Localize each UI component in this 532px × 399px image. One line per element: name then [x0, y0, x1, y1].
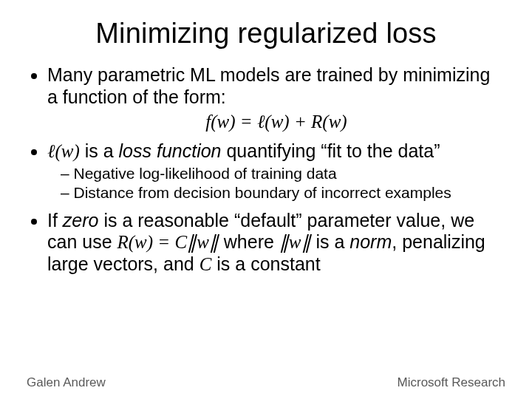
b3-m2: ‖w‖ — [279, 232, 311, 252]
sub-item-1: Negative log-likelihood of training data — [61, 165, 505, 183]
slide: Minimizing regularized loss Many paramet… — [0, 0, 532, 399]
b3-m3: C — [200, 254, 212, 274]
bullet-3: If zero is a reasonable “default” parame… — [47, 210, 505, 276]
b3-i2: norm — [349, 231, 392, 252]
bullet-2-italic: loss function — [119, 140, 222, 161]
b3-p6: is a constant — [211, 253, 320, 274]
footer-right: Microsoft Research — [398, 375, 505, 390]
bullet-1-text: Many parametric ML models are trained by… — [47, 64, 490, 107]
footer-left: Galen Andrew — [27, 375, 106, 390]
b3-m1: R(w) = C‖w‖ — [117, 232, 219, 252]
bullet-2: ℓ(w) is a loss function quantifying “fit… — [47, 140, 505, 202]
b3-i1: zero — [63, 210, 99, 231]
slide-title: Minimizing regularized loss — [27, 18, 505, 50]
b3-p4: is a — [311, 231, 350, 252]
equation-main: f(w) = ℓ(w) + R(w) — [47, 111, 505, 133]
sub-item-2: Distance from decision boundary of incor… — [61, 184, 505, 202]
bullet-list: Many parametric ML models are trained by… — [27, 64, 505, 282]
b3-p3: where — [219, 231, 279, 252]
bullet-2-after: quantifying “fit to the data” — [222, 140, 440, 161]
footer: Galen Andrew Microsoft Research — [27, 375, 505, 390]
b3-p1: If — [47, 210, 63, 231]
sub-list: Negative log-likelihood of training data… — [47, 165, 505, 202]
bullet-2-before: is a — [80, 140, 119, 161]
bullet-1: Many parametric ML models are trained by… — [47, 64, 505, 133]
bullet-2-math: ℓ(w) — [47, 141, 80, 161]
equation-main-text: f(w) = ℓ(w) + R(w) — [205, 112, 347, 132]
